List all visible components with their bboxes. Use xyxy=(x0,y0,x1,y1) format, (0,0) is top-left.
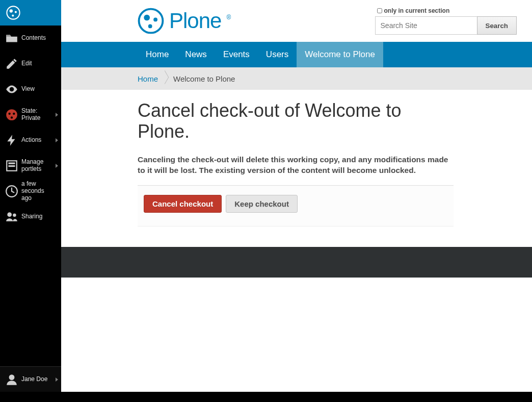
svg-point-3 xyxy=(12,15,14,17)
toolbar-history-label: a few seconds ago xyxy=(21,181,56,202)
clock-icon xyxy=(5,185,18,198)
folder-open-icon xyxy=(5,32,18,45)
toolbar-actions[interactable]: Actions xyxy=(0,128,61,153)
site-logo-text: Plone xyxy=(169,9,221,33)
search-scope-label: only in current section xyxy=(384,7,450,14)
global-nav: Home News Events Users Welcome to Plone xyxy=(61,42,532,67)
toolbar-view-label: View xyxy=(21,86,56,93)
admin-toolbar: Contents Edit View State: Private Action… xyxy=(0,0,61,402)
lightning-icon xyxy=(5,134,18,147)
svg-point-19 xyxy=(148,24,152,29)
toolbar-edit[interactable]: Edit xyxy=(0,51,61,77)
svg-point-18 xyxy=(153,18,157,22)
breadcrumb-separator-icon xyxy=(158,72,170,85)
toolbar-sharing-label: Sharing xyxy=(21,213,56,220)
pencil-icon xyxy=(5,57,18,70)
site-footer xyxy=(61,247,532,278)
nav-users[interactable]: Users xyxy=(258,42,297,67)
search-scope-option[interactable]: only in current section xyxy=(377,7,450,14)
svg-point-1 xyxy=(10,9,13,12)
toolbar-state-label: State: Private xyxy=(21,108,56,122)
below-footer-blank xyxy=(61,278,532,392)
breadcrumb-home[interactable]: Home xyxy=(138,74,158,83)
nav-events[interactable]: Events xyxy=(215,42,258,67)
keep-checkout-button[interactable]: Keep checkout xyxy=(226,195,298,213)
svg-point-8 xyxy=(11,116,13,118)
svg-point-2 xyxy=(15,11,17,13)
toolbar-view[interactable]: View xyxy=(0,77,61,102)
page-bottom-strip xyxy=(61,392,532,402)
svg-point-14 xyxy=(13,214,16,217)
content-area: Cancel check-out of Welcome to Plone. Ca… xyxy=(61,90,532,247)
nav-welcome[interactable]: Welcome to Plone xyxy=(297,42,383,67)
eye-icon xyxy=(5,83,18,96)
nav-news[interactable]: News xyxy=(177,42,215,67)
svg-point-4 xyxy=(11,88,13,90)
toolbar-contents-label: Contents xyxy=(21,35,56,42)
toolbar-user-menu[interactable]: Jane Doe xyxy=(0,366,61,392)
svg-point-6 xyxy=(9,113,11,115)
form-actions: Cancel checkout Keep checkout xyxy=(138,185,454,227)
search-input[interactable] xyxy=(375,16,477,35)
svg-rect-11 xyxy=(9,165,15,167)
toolbar-actions-label: Actions xyxy=(21,137,56,144)
search-scope-checkbox[interactable] xyxy=(377,8,382,13)
site-logo-registered: ® xyxy=(226,14,231,21)
portlet-icon xyxy=(5,159,18,172)
page-description: Canceling the check-out will delete this… xyxy=(138,155,454,176)
toolbar-sharing[interactable]: Sharing xyxy=(0,204,61,230)
page-title: Cancel check-out of Welcome to Plone. xyxy=(138,100,454,142)
toolbar-manage-portlets-label: Manage portlets xyxy=(21,159,56,173)
breadcrumb-current: Welcome to Plone xyxy=(173,74,235,83)
toolbar-contents[interactable]: Contents xyxy=(0,26,61,51)
users-icon xyxy=(5,210,18,223)
toolbar-footer-strip xyxy=(0,392,61,402)
svg-rect-10 xyxy=(9,163,15,164)
svg-point-17 xyxy=(144,15,150,21)
site-header: Plone ® only in current section Search xyxy=(61,0,532,42)
breadcrumbs: Home Welcome to Plone xyxy=(61,67,532,90)
svg-point-0 xyxy=(7,6,19,19)
plone-glyph-icon xyxy=(6,6,20,20)
search-block: only in current section Search xyxy=(375,7,517,35)
svg-point-7 xyxy=(13,113,15,115)
toolbar-edit-label: Edit xyxy=(21,60,56,67)
search-button[interactable]: Search xyxy=(477,16,517,35)
main-area: Plone ® only in current section Search H… xyxy=(61,0,532,402)
toolbar-manage-portlets[interactable]: Manage portlets xyxy=(0,153,61,179)
plone-icon-button[interactable] xyxy=(0,0,61,26)
svg-point-16 xyxy=(139,9,163,33)
state-private-icon xyxy=(5,108,18,121)
site-logo[interactable]: Plone ® xyxy=(138,8,231,34)
toolbar-history[interactable]: a few seconds ago xyxy=(0,179,61,204)
user-icon xyxy=(5,373,18,386)
cancel-checkout-button[interactable]: Cancel checkout xyxy=(144,195,222,213)
toolbar-state[interactable]: State: Private xyxy=(0,102,61,128)
toolbar-user-label: Jane Doe xyxy=(21,376,56,383)
plone-logo-icon xyxy=(138,8,164,34)
svg-point-15 xyxy=(9,374,15,380)
svg-point-13 xyxy=(7,212,12,217)
nav-home[interactable]: Home xyxy=(138,42,177,67)
